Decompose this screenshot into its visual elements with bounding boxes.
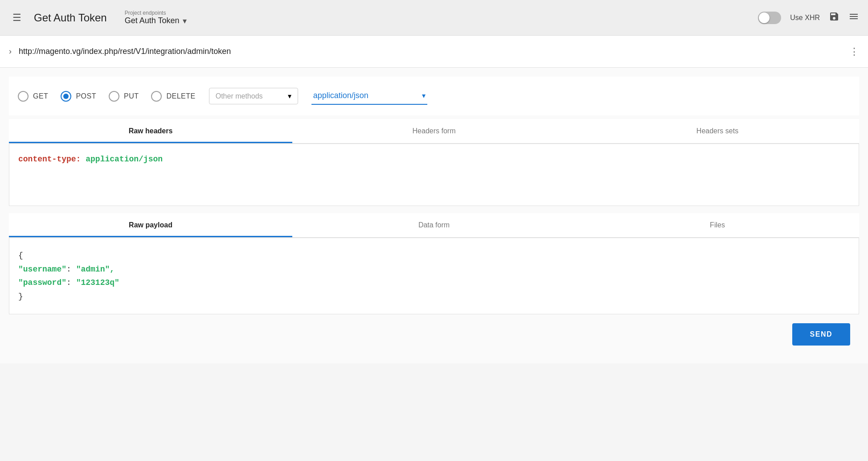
raw-headers-content[interactable]: content-type: application/json xyxy=(9,144,859,206)
radio-post-inner xyxy=(63,94,69,99)
method-post-label: POST xyxy=(76,92,96,100)
payload-line-1: { xyxy=(18,249,850,263)
other-methods-label: Other methods xyxy=(216,92,283,100)
tab-headers-form[interactable]: Headers form xyxy=(292,119,576,143)
url-bar: › ⋮ xyxy=(0,36,868,68)
send-row: SEND xyxy=(9,314,859,354)
toolbar-right: Use XHR xyxy=(758,11,859,25)
json-colon-1: : xyxy=(66,265,76,274)
more-vertical-icon[interactable] xyxy=(848,11,859,25)
app-title: Get Auth Token xyxy=(34,12,107,24)
tab-raw-payload[interactable]: Raw payload xyxy=(9,213,292,237)
url-more-icon[interactable]: ⋮ xyxy=(849,46,859,58)
url-expand-icon[interactable]: › xyxy=(9,47,12,56)
tab-data-form[interactable]: Data form xyxy=(292,213,576,237)
method-get-label: GET xyxy=(33,92,48,100)
payload-section: Raw payload Data form Files { "username"… xyxy=(9,213,859,314)
json-password-value: "123123q" xyxy=(76,278,119,287)
http-method-group: GET POST PUT DELETE xyxy=(18,91,196,102)
header-key: content-type: xyxy=(18,155,81,164)
method-delete-label: DELETE xyxy=(166,92,195,100)
project-select[interactable]: Get Auth Token ▾ xyxy=(125,16,187,26)
radio-get-circle xyxy=(18,91,29,102)
radio-delete-circle xyxy=(151,91,162,102)
save-icon[interactable] xyxy=(829,11,839,25)
tab-files[interactable]: Files xyxy=(576,213,859,237)
method-delete[interactable]: DELETE xyxy=(151,91,195,102)
radio-put-circle xyxy=(109,91,119,102)
other-methods-dropdown[interactable]: Other methods ▾ xyxy=(209,88,298,104)
method-get[interactable]: GET xyxy=(18,91,48,102)
project-label: Project endpoints xyxy=(125,10,187,16)
tab-raw-headers[interactable]: Raw headers xyxy=(9,119,292,143)
headers-tabs: Raw headers Headers form Headers sets xyxy=(9,119,859,144)
project-chevron-icon: ▾ xyxy=(183,16,187,26)
json-username-value: "admin", xyxy=(76,265,115,274)
content-type-dropdown[interactable]: application/json ▾ xyxy=(311,87,427,105)
url-input[interactable] xyxy=(19,47,842,56)
project-value: Get Auth Token xyxy=(125,16,180,25)
json-password-key: "password" xyxy=(18,278,66,287)
json-open-brace: { xyxy=(18,251,23,260)
use-xhr-label: Use XHR xyxy=(790,14,820,22)
radio-post-circle xyxy=(61,91,71,102)
toolbar: ☰ Get Auth Token Project endpoints Get A… xyxy=(0,0,868,36)
headers-section: Raw headers Headers form Headers sets co… xyxy=(9,119,859,206)
method-post[interactable]: POST xyxy=(61,91,96,102)
json-username-key: "username" xyxy=(18,265,66,274)
payload-line-3: "password": "123123q" xyxy=(18,276,850,290)
menu-icon[interactable]: ☰ xyxy=(9,8,25,27)
content-type-value: application/json xyxy=(313,91,418,100)
send-button[interactable]: SEND xyxy=(792,323,850,346)
payload-tabs: Raw payload Data form Files xyxy=(9,213,859,238)
tab-headers-sets[interactable]: Headers sets xyxy=(576,119,859,143)
project-endpoints: Project endpoints Get Auth Token ▾ xyxy=(125,10,187,26)
header-value: application/json xyxy=(81,155,163,164)
other-methods-chevron-icon: ▾ xyxy=(288,92,291,100)
method-row: GET POST PUT DELETE Other methods xyxy=(9,77,859,115)
payload-line-2: "username": "admin", xyxy=(18,263,850,276)
method-put-label: PUT xyxy=(124,92,139,100)
payload-line-4: } xyxy=(18,290,850,304)
raw-payload-content[interactable]: { "username": "admin", "password": "1231… xyxy=(9,238,859,314)
main-content: GET POST PUT DELETE Other methods xyxy=(0,68,868,363)
content-type-chevron-icon: ▾ xyxy=(422,91,426,100)
use-xhr-toggle[interactable] xyxy=(758,12,781,24)
json-colon-2: : xyxy=(66,278,76,287)
toggle-knob xyxy=(759,12,770,23)
json-close-brace: } xyxy=(18,292,23,301)
method-put[interactable]: PUT xyxy=(109,91,139,102)
